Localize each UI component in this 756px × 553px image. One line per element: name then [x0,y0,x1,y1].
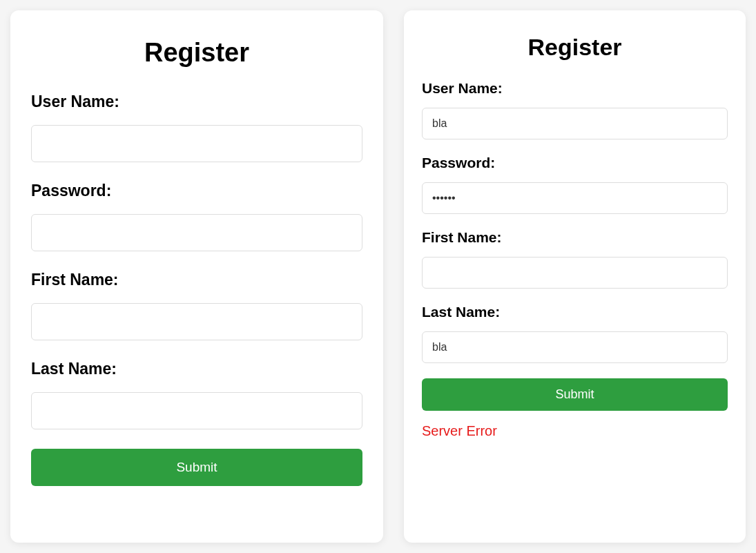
register-title: Register [422,34,728,61]
form-group-lastname: Last Name: [31,360,362,429]
register-card-right: Register User Name: Password: First Name… [404,10,746,543]
form-group-password: Password: [31,182,362,251]
form-group-firstname: First Name: [31,271,362,340]
username-label: User Name: [422,80,728,97]
firstname-label: First Name: [422,229,728,246]
form-group-lastname: Last Name: [422,304,728,363]
username-input[interactable] [31,125,362,162]
form-group-password: Password: [422,155,728,214]
form-group-firstname: First Name: [422,229,728,289]
submit-button[interactable]: Submit [31,449,362,486]
register-title: Register [31,38,362,68]
username-label: User Name: [31,93,362,111]
firstname-input[interactable] [31,303,362,340]
lastname-input[interactable] [31,392,362,429]
lastname-input[interactable] [422,331,728,363]
error-message: Server Error [422,423,728,439]
register-card-left: Register User Name: Password: First Name… [10,10,383,543]
lastname-label: Last Name: [422,304,728,320]
lastname-label: Last Name: [31,360,362,378]
password-label: Password: [422,155,728,171]
firstname-label: First Name: [31,271,362,289]
password-input[interactable] [422,182,728,214]
firstname-input[interactable] [422,257,728,289]
form-group-username: User Name: [422,80,728,139]
form-group-username: User Name: [31,93,362,162]
username-input[interactable] [422,108,728,139]
password-input[interactable] [31,214,362,251]
submit-button[interactable]: Submit [422,378,728,411]
password-label: Password: [31,182,362,200]
